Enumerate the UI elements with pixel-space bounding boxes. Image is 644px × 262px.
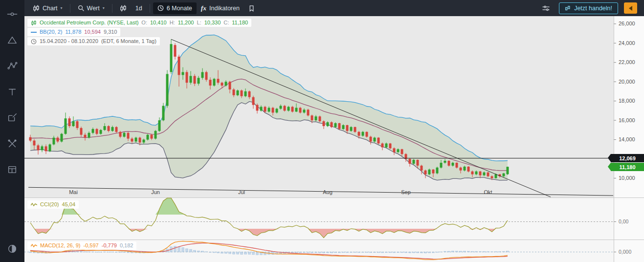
tune-icon: [542, 5, 550, 12]
svg-text:0,00: 0,00: [619, 218, 629, 224]
candlestick-style-icon: [120, 5, 127, 12]
svg-text:Mai: Mai: [69, 189, 78, 195]
svg-text:Aug: Aug: [323, 189, 333, 195]
chevron-down-icon: ▾: [61, 6, 63, 10]
svg-text:26,000: 26,000: [619, 21, 635, 26]
low-value: 10,330: [204, 20, 221, 26]
trendline-tool-icon[interactable]: [6, 8, 19, 21]
layout-templates-icon[interactable]: [6, 163, 19, 176]
macd-value: -0,597: [84, 242, 99, 249]
theme-toggle-icon[interactable]: [6, 242, 19, 255]
clock-icon: [157, 5, 164, 11]
cci-line-icon: [31, 202, 37, 207]
chart-toolbar: Chart ▾ Wert ▾ 1d 6 Monate fx: [24, 0, 644, 16]
svg-text:14,000: 14,000: [619, 136, 635, 142]
candlestick-legend-icon: [31, 20, 37, 26]
clock-icon: [31, 39, 37, 44]
collapse-panel-button[interactable]: [624, 2, 637, 14]
annotation-tool-icon[interactable]: [6, 111, 19, 124]
bookmark-icon: [248, 5, 255, 12]
macd-legend-row[interactable]: MACD(12, 26, 9) -0,597 -0,779 0,182: [27, 241, 136, 250]
symbol-legend-row: Occidental Petroleum Corp. (NYSE, Last) …: [27, 19, 251, 27]
date-range-row: 15.04.2020 - 08.10.2020 (EDT, 6 Monate, …: [27, 37, 160, 45]
toolbox-icon[interactable]: [6, 137, 19, 150]
cci-value: 45,04: [62, 201, 76, 208]
toolbar-separator: [70, 4, 70, 13]
pattern-tool-icon[interactable]: [6, 60, 19, 72]
chart-canvas[interactable]: MaiJunJulAugSepOkt26,00024,00022,00020,0…: [24, 16, 644, 262]
svg-text:22,000: 22,000: [619, 59, 635, 65]
drawing-toolbar: [0, 0, 24, 262]
macd-label: MACD(12, 26, 9): [40, 242, 81, 249]
svg-text:Jun: Jun: [151, 189, 160, 195]
date-info: (EDT, 6 Monate, 1 Tag): [101, 38, 156, 44]
text-tool-icon[interactable]: [6, 86, 19, 98]
svg-text:10,000: 10,000: [619, 175, 635, 181]
bb-label: BB(20, 2): [40, 29, 62, 35]
interval-label: 1d: [135, 5, 142, 12]
bookmark-button[interactable]: [244, 2, 259, 14]
search-icon: [78, 5, 84, 11]
bb-upper-value: 11,878: [65, 29, 81, 35]
svg-text:Sep: Sep: [401, 189, 411, 195]
interval-button[interactable]: 1d: [131, 2, 147, 14]
trade-now-label: Jetzt handeln!: [574, 5, 612, 12]
chart-legend: Occidental Petroleum Corp. (NYSE, Last) …: [27, 19, 251, 45]
chart-settings-button[interactable]: [538, 2, 554, 14]
bb-line-icon: [31, 30, 37, 34]
macd-line-icon: [31, 243, 37, 248]
symbol-name: Occidental Petroleum Corp. (NYSE, Last): [40, 20, 138, 26]
macd-hist-value: 0,182: [120, 242, 133, 249]
bb-mid-value: 10,594: [84, 29, 101, 35]
date-range: 15.04.2020 - 08.10.2020: [40, 38, 98, 44]
last-price-tag: 11,180: [611, 163, 644, 171]
toolbar-separator: [112, 4, 112, 13]
chart-type-label: Chart: [43, 5, 58, 12]
close-value: 11,180: [232, 20, 248, 26]
high-label: H:: [170, 20, 175, 26]
indicators-label: Indikatoren: [209, 5, 240, 12]
toolbar-separator: [150, 4, 150, 13]
trading-app: Chart ▾ Wert ▾ 1d 6 Monate fx: [0, 0, 644, 262]
candle-style-button[interactable]: [115, 2, 131, 14]
low-label: L:: [197, 20, 201, 26]
cci-label: CCI(20): [40, 201, 59, 208]
chevron-down-icon: ▾: [103, 6, 105, 10]
trade-icon: [565, 5, 571, 11]
macd-signal-value: -0,779: [102, 242, 117, 249]
close-label: C:: [223, 20, 229, 26]
indicators-button[interactable]: fx Indikatoren: [197, 2, 244, 15]
range-button[interactable]: 6 Monate: [153, 2, 197, 14]
trade-now-button[interactable]: Jetzt handeln!: [559, 2, 618, 14]
open-value: 10,410: [150, 20, 167, 26]
svg-text:Okt: Okt: [484, 189, 492, 195]
bollinger-legend-row[interactable]: BB(20, 2) 11,878 10,594 9,310: [27, 28, 120, 36]
fx-icon: fx: [201, 4, 206, 12]
svg-text:0,000: 0,000: [619, 249, 631, 255]
open-label: O:: [141, 20, 147, 26]
svg-text:16,000: 16,000: [619, 117, 635, 123]
symbol-search-label: Wert: [87, 5, 100, 12]
candlestick-chart-icon: [33, 5, 40, 12]
svg-text:18,000: 18,000: [619, 98, 635, 104]
high-value: 11,200: [178, 20, 194, 26]
bb-lower-value: 9,310: [104, 29, 117, 35]
range-label: 6 Monate: [167, 5, 192, 12]
shapes-tool-icon[interactable]: [6, 34, 19, 46]
svg-text:20,000: 20,000: [619, 79, 635, 85]
cci-panel-legend: CCI(20) 45,04: [27, 200, 79, 209]
hline-price-tag[interactable]: 12,069: [611, 154, 644, 162]
symbol-search-dropdown[interactable]: Wert ▾: [73, 2, 109, 14]
chart-type-dropdown[interactable]: Chart ▾: [28, 2, 67, 14]
svg-text:24,000: 24,000: [619, 40, 635, 46]
svg-text:Jul: Jul: [238, 189, 245, 195]
macd-panel-legend: MACD(12, 26, 9) -0,597 -0,779 0,182: [27, 241, 136, 250]
cci-legend-row[interactable]: CCI(20) 45,04: [27, 200, 79, 209]
chart-container: MaiJunJulAugSepOkt26,00024,00022,00020,0…: [24, 16, 644, 262]
arrow-left-icon: [629, 6, 632, 11]
